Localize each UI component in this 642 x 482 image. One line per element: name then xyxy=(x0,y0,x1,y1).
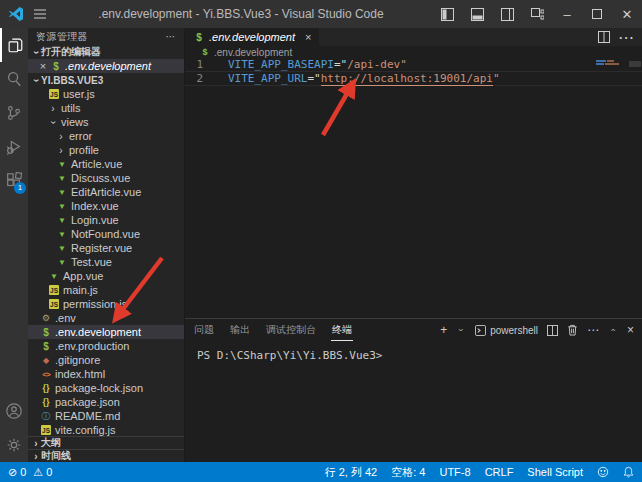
tree-item-label: App.vue xyxy=(63,270,103,282)
panel-tab-调试控制台[interactable]: 调试控制台 xyxy=(265,320,317,340)
terminal-output[interactable]: PS D:\CSharp\Yi\Yi.BBS.Vue3> xyxy=(185,341,642,462)
kill-terminal-trash-icon[interactable] xyxy=(567,324,578,336)
tree-item-NotFound-vue[interactable]: ▼NotFound.vue xyxy=(28,227,184,241)
tree-item-main-js[interactable]: JSmain.js xyxy=(28,283,184,297)
url-link[interactable]: http://localhost:19001/api xyxy=(321,72,493,86)
new-terminal-icon[interactable]: + xyxy=(440,323,447,337)
tree-item-package-json[interactable]: {}package.json xyxy=(28,395,184,409)
encoding[interactable]: UTF-8 xyxy=(439,466,470,478)
vue-icon: ▼ xyxy=(56,257,68,268)
menu-hamburger-icon[interactable] xyxy=(30,4,50,24)
eol-sequence[interactable]: CRLF xyxy=(485,466,514,478)
js-icon: JS xyxy=(49,89,59,99)
breadcrumb[interactable]: $ .env.development xyxy=(185,46,642,58)
terminal-profile-dropdown-icon[interactable]: › xyxy=(456,325,466,335)
maximize-button[interactable] xyxy=(582,0,612,28)
tree-item-Index-vue[interactable]: ▼Index.vue xyxy=(28,199,184,213)
tree-item-label: Index.vue xyxy=(71,200,119,212)
open-editor-item[interactable]: × $ .env.development xyxy=(28,59,184,73)
tree-item-Article-vue[interactable]: ▼Article.vue xyxy=(28,157,184,171)
terminal-instance-powershell[interactable]: powershell xyxy=(475,325,538,336)
dollar-icon: $ xyxy=(40,341,52,352)
activitybar-extensions[interactable]: 1 xyxy=(0,164,28,198)
activitybar-source-control[interactable] xyxy=(0,96,28,130)
cursor-position[interactable]: 行 2, 列 42 xyxy=(325,465,378,480)
tree-item-label: .env.production xyxy=(55,340,129,352)
tree-item-Test-vue[interactable]: ▼Test.vue xyxy=(28,255,184,269)
workspace-section[interactable]: › YI.BBS.VUE3 xyxy=(28,73,184,87)
vue-icon: ▼ xyxy=(56,201,68,212)
split-terminal-icon[interactable] xyxy=(547,325,558,336)
tree-item--gitignore[interactable]: ◆.gitignore xyxy=(28,353,184,367)
tree-item-EditArticle-vue[interactable]: ▼EditArticle.vue xyxy=(28,185,184,199)
editor-scrollbar[interactable] xyxy=(628,58,642,318)
activitybar-account[interactable] xyxy=(0,394,28,428)
language-mode[interactable]: Shell Script xyxy=(527,466,583,478)
dollar-icon: $ xyxy=(193,32,205,43)
tree-item-utils[interactable]: ›utils xyxy=(28,101,184,115)
debug-icon xyxy=(5,138,23,156)
panel-tab-输出[interactable]: 输出 xyxy=(229,320,251,340)
tree-item--env-development[interactable]: $.env.development xyxy=(28,325,184,339)
panel-tab-问题[interactable]: 问题 xyxy=(193,320,215,340)
tree-item-vite-config-js[interactable]: JSvite.config.js xyxy=(28,423,184,436)
tree-item-label: profile xyxy=(69,144,99,156)
terminal-prompt: PS D:\CSharp\Yi\Yi.BBS.Vue3> xyxy=(197,349,382,362)
tree-item-error[interactable]: ›error xyxy=(28,129,184,143)
tree-item-label: vite.config.js xyxy=(55,424,116,436)
activitybar-search[interactable] xyxy=(0,62,28,96)
activitybar-run-debug[interactable] xyxy=(0,130,28,164)
tree-item-user-js[interactable]: JSuser.js xyxy=(28,87,184,101)
minimap[interactable] xyxy=(596,60,626,66)
env-key: VITE_APP_URL xyxy=(228,72,307,85)
tree-item-label: user.js xyxy=(63,88,95,100)
timeline-section[interactable]: › 时间线 xyxy=(28,449,184,462)
panel-tab-终端[interactable]: 终端 xyxy=(331,320,353,341)
tab-env-development[interactable]: $ .env.development × xyxy=(185,28,319,46)
close-tab-icon[interactable]: × xyxy=(305,31,311,43)
files-icon xyxy=(6,36,24,54)
tree-item-package-lock-json[interactable]: {}package-lock.json xyxy=(28,381,184,395)
indentation[interactable]: 空格: 4 xyxy=(391,465,425,480)
tree-item-label: EditArticle.vue xyxy=(71,186,141,198)
toggle-panel-icon[interactable] xyxy=(462,0,492,28)
tree-item--env[interactable]: ⚙.env xyxy=(28,311,184,325)
close-icon[interactable]: × xyxy=(36,60,50,72)
activitybar-explorer[interactable] xyxy=(0,28,28,62)
tree-item-permission-js[interactable]: JSpermission.js xyxy=(28,297,184,311)
git-branch-icon xyxy=(5,104,23,122)
notifications-bell-icon[interactable] xyxy=(623,466,634,478)
open-editors-section[interactable]: › 打开的编辑器 xyxy=(28,45,184,59)
vue-icon: ▼ xyxy=(56,173,68,184)
tree-item-profile[interactable]: ›profile xyxy=(28,143,184,157)
tree-item-App-vue[interactable]: ▼App.vue xyxy=(28,269,184,283)
toggle-secondary-sidebar-icon[interactable] xyxy=(492,0,522,28)
minimize-button[interactable]: – xyxy=(552,0,582,28)
env-key: VITE_APP_BASEAPI xyxy=(228,58,334,71)
tree-item-Register-vue[interactable]: ▼Register.vue xyxy=(28,241,184,255)
explorer-title: 资源管理器 xyxy=(36,30,88,44)
close-button[interactable]: ✕ xyxy=(612,0,642,28)
editor-tab-bar: $ .env.development × ⋯ xyxy=(185,28,642,46)
panel-more-actions-icon[interactable]: ⋯ xyxy=(587,323,599,337)
tree-item-Login-vue[interactable]: ▼Login.vue xyxy=(28,213,184,227)
tree-item-README-md[interactable]: ⓘREADME.md xyxy=(28,409,184,423)
editor-more-actions-icon[interactable]: ⋯ xyxy=(618,28,634,47)
maximize-panel-icon[interactable]: › xyxy=(608,325,618,335)
tree-item-Discuss-vue[interactable]: ▼Discuss.vue xyxy=(28,171,184,185)
outline-section[interactable]: › 大纲 xyxy=(28,436,184,449)
feedback-smiley-icon[interactable] xyxy=(597,466,609,478)
more-actions-icon[interactable]: ⋯ xyxy=(166,31,176,42)
problems-status[interactable]: ⊘0 ⚠0 xyxy=(8,466,52,479)
activitybar-settings[interactable] xyxy=(0,428,28,462)
toggle-sidebar-icon[interactable] xyxy=(432,0,462,28)
split-editor-icon[interactable] xyxy=(598,31,610,43)
customize-layout-icon[interactable] xyxy=(522,0,552,28)
tree-item-views[interactable]: ›views xyxy=(28,115,184,129)
info-icon: ⓘ xyxy=(40,411,52,422)
dollar-icon: $ xyxy=(40,327,52,338)
tree-item-index-html[interactable]: <>index.html xyxy=(28,367,184,381)
code-editor[interactable]: 1 VITE_APP_BASEAPI="/api-dev" 2 VITE_APP… xyxy=(185,58,642,318)
close-panel-icon[interactable]: × xyxy=(627,323,634,337)
tree-item--env-production[interactable]: $.env.production xyxy=(28,339,184,353)
